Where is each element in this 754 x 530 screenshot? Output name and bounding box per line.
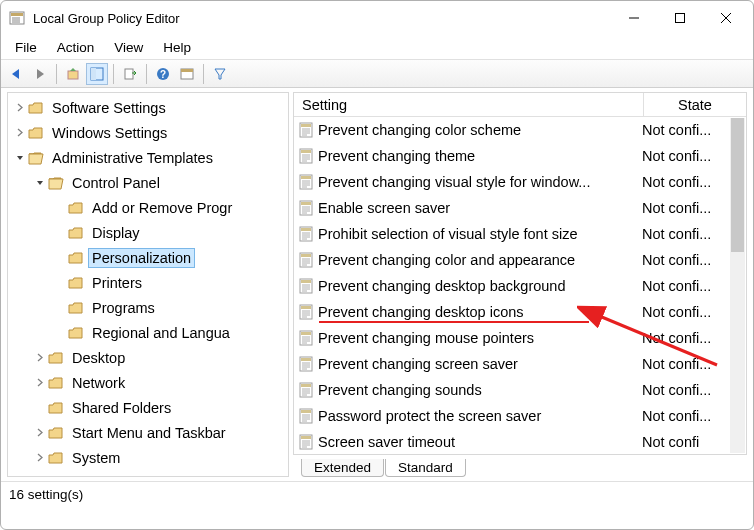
export-button[interactable] [119, 63, 141, 85]
column-state[interactable]: State [644, 93, 746, 116]
up-button[interactable] [62, 63, 84, 85]
tree-item-label: Administrative Templates [49, 149, 216, 167]
list-row[interactable]: Prevent changing mouse pointersNot confi… [294, 325, 746, 351]
tree-item[interactable]: Add or Remove Progr [8, 195, 288, 220]
scrollbar-thumb[interactable] [731, 118, 744, 252]
list-row[interactable]: Prevent changing desktop iconsNot confi.… [294, 299, 746, 325]
tree-item[interactable]: Control Panel [8, 170, 288, 195]
properties-button[interactable] [176, 63, 198, 85]
tree-item-label: Personalization [89, 249, 194, 267]
list-row[interactable]: Prevent changing soundsNot confi... [294, 377, 746, 403]
svg-rect-48 [301, 254, 311, 257]
folder-icon [68, 201, 84, 215]
help-button[interactable]: ? [152, 63, 174, 85]
svg-rect-6 [676, 14, 685, 23]
close-button[interactable] [703, 2, 749, 34]
tab-extended[interactable]: Extended [301, 459, 384, 477]
menu-help[interactable]: Help [153, 38, 201, 57]
tree-item-label: Network [69, 374, 128, 392]
tree-item[interactable]: Desktop [8, 345, 288, 370]
tree-item[interactable]: Software Settings [8, 95, 288, 120]
svg-rect-66 [301, 332, 311, 335]
setting-state: Not confi... [642, 330, 718, 346]
chevron-icon[interactable] [12, 128, 28, 137]
show-tree-button[interactable] [86, 63, 108, 85]
menu-action[interactable]: Action [47, 38, 105, 57]
toolbar: ? [1, 60, 753, 88]
tree-item-label: Add or Remove Progr [89, 199, 235, 217]
list-row[interactable]: Password protect the screen saverNot con… [294, 403, 746, 429]
chevron-icon[interactable] [12, 153, 28, 162]
svg-rect-12 [125, 69, 133, 79]
list-row[interactable]: Prohibit selection of visual style font … [294, 221, 746, 247]
tree-item[interactable]: Administrative Templates [8, 145, 288, 170]
tree-item[interactable]: Shared Folders [8, 395, 288, 420]
menu-file[interactable]: File [5, 38, 47, 57]
tree-view[interactable]: Software SettingsWindows SettingsAdminis… [7, 92, 289, 477]
back-button[interactable] [5, 63, 27, 85]
status-text: 16 setting(s) [9, 487, 83, 502]
tree-item[interactable]: Windows Settings [8, 120, 288, 145]
folder-icon [28, 126, 44, 140]
setting-state: Not confi [642, 434, 718, 450]
list-row[interactable]: Prevent changing screen saverNot confi..… [294, 351, 746, 377]
menu-view[interactable]: View [104, 38, 153, 57]
setting-name: Prevent changing theme [318, 148, 642, 164]
setting-state: Not confi... [642, 122, 718, 138]
setting-name: Prevent changing mouse pointers [318, 330, 642, 346]
list-row[interactable]: Screen saver timeoutNot confi [294, 429, 746, 455]
chevron-icon[interactable] [12, 103, 28, 112]
setting-item-icon [298, 356, 314, 372]
tree-item[interactable]: Programs [8, 295, 288, 320]
chevron-icon[interactable] [32, 378, 48, 387]
list-panel: Setting State Prevent changing color sch… [293, 92, 747, 477]
tree-item-label: Software Settings [49, 99, 169, 117]
list-view[interactable]: Setting State Prevent changing color sch… [293, 92, 747, 455]
setting-name: Prohibit selection of visual style font … [318, 226, 642, 242]
list-header: Setting State [294, 93, 746, 117]
chevron-icon[interactable] [32, 428, 48, 437]
setting-state: Not confi... [642, 174, 718, 190]
tree-item-label: Printers [89, 274, 145, 292]
setting-item-icon [298, 304, 314, 320]
chevron-icon[interactable] [32, 453, 48, 462]
setting-item-icon [298, 434, 314, 450]
tree-item-label: Start Menu and Taskbar [69, 424, 229, 442]
column-setting[interactable]: Setting [294, 93, 644, 116]
tree-item[interactable]: Regional and Langua [8, 320, 288, 345]
list-row[interactable]: Prevent changing themeNot confi... [294, 143, 746, 169]
tab-standard[interactable]: Standard [385, 459, 466, 477]
tree-item[interactable]: Network [8, 370, 288, 395]
setting-state: Not confi... [642, 382, 718, 398]
forward-button[interactable] [29, 63, 51, 85]
tree-item[interactable]: Printers [8, 270, 288, 295]
tree-item[interactable]: Start Menu and Taskbar [8, 420, 288, 445]
tree-item[interactable]: Display [8, 220, 288, 245]
tree-item[interactable]: System [8, 445, 288, 470]
toolbar-separator [56, 64, 57, 84]
list-row[interactable]: Prevent changing visual style for window… [294, 169, 746, 195]
svg-rect-18 [301, 124, 311, 127]
setting-name: Prevent changing color and appearance [318, 252, 642, 268]
list-row[interactable]: Prevent changing color schemeNot confi..… [294, 117, 746, 143]
svg-rect-90 [301, 436, 311, 439]
folder-open-icon [48, 176, 64, 190]
chevron-icon[interactable] [32, 353, 48, 362]
chevron-icon[interactable] [32, 178, 48, 187]
status-bar: 16 setting(s) [1, 482, 753, 506]
vertical-scrollbar[interactable] [730, 118, 745, 453]
list-row[interactable]: Prevent changing desktop backgroundNot c… [294, 273, 746, 299]
app-icon [9, 10, 25, 26]
maximize-button[interactable] [657, 2, 703, 34]
setting-state: Not confi... [642, 304, 718, 320]
setting-name: Screen saver timeout [318, 434, 642, 450]
minimize-button[interactable] [611, 2, 657, 34]
svg-rect-16 [181, 69, 193, 72]
toolbar-separator [146, 64, 147, 84]
tree-item-label: Programs [89, 299, 158, 317]
tree-item[interactable]: Personalization [8, 245, 288, 270]
filter-button[interactable] [209, 63, 231, 85]
list-row[interactable]: Enable screen saverNot confi... [294, 195, 746, 221]
setting-item-icon [298, 252, 314, 268]
list-row[interactable]: Prevent changing color and appearanceNot… [294, 247, 746, 273]
